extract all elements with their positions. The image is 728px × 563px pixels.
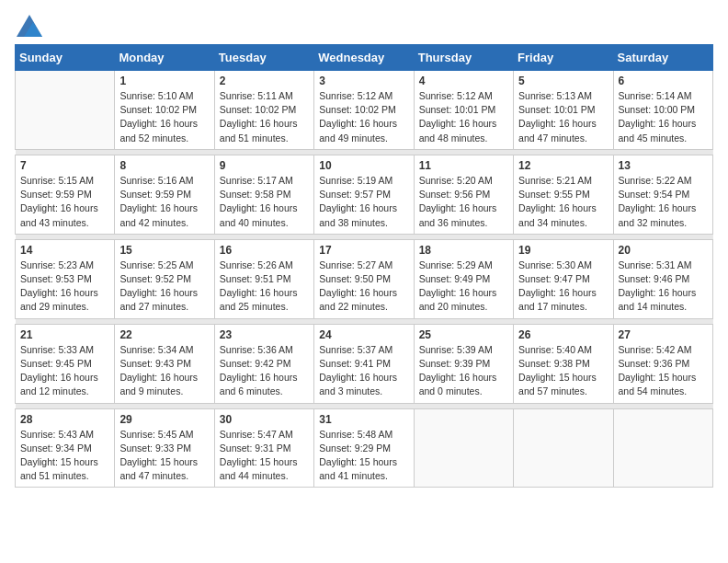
day-info: Sunrise: 5:25 AM Sunset: 9:52 PM Dayligh… xyxy=(119,259,209,315)
day-info: Sunrise: 5:23 AM Sunset: 9:53 PM Dayligh… xyxy=(20,259,109,315)
day-info: Sunrise: 5:21 AM Sunset: 9:55 PM Dayligh… xyxy=(518,174,608,230)
day-info: Sunrise: 5:12 AM Sunset: 10:01 PM Daylig… xyxy=(419,89,508,145)
day-info: Sunrise: 5:45 AM Sunset: 9:33 PM Dayligh… xyxy=(119,428,209,484)
day-info: Sunrise: 5:11 AM Sunset: 10:02 PM Daylig… xyxy=(220,89,309,145)
weekday-header-thursday: Thursday xyxy=(414,45,513,71)
day-cell xyxy=(613,408,712,488)
day-number: 9 xyxy=(220,159,309,172)
day-info: Sunrise: 5:42 AM Sunset: 9:36 PM Dayligh… xyxy=(619,343,708,399)
day-number: 8 xyxy=(119,159,209,172)
day-number: 5 xyxy=(518,75,608,87)
day-cell: 7Sunrise: 5:15 AM Sunset: 9:59 PM Daylig… xyxy=(16,155,115,234)
weekday-header-friday: Friday xyxy=(514,45,613,71)
day-info: Sunrise: 5:20 AM Sunset: 9:56 PM Dayligh… xyxy=(419,174,508,230)
day-number: 30 xyxy=(220,413,309,426)
day-cell: 13Sunrise: 5:22 AM Sunset: 9:54 PM Dayli… xyxy=(613,155,712,234)
day-cell: 8Sunrise: 5:16 AM Sunset: 9:59 PM Daylig… xyxy=(115,155,214,234)
day-info: Sunrise: 5:17 AM Sunset: 9:58 PM Dayligh… xyxy=(220,174,309,230)
day-number: 10 xyxy=(319,159,408,172)
day-cell: 26Sunrise: 5:40 AM Sunset: 9:38 PM Dayli… xyxy=(514,324,613,403)
day-info: Sunrise: 5:22 AM Sunset: 9:54 PM Dayligh… xyxy=(619,174,708,230)
day-cell xyxy=(16,71,115,150)
weekday-header-saturday: Saturday xyxy=(613,45,712,71)
day-info: Sunrise: 5:29 AM Sunset: 9:49 PM Dayligh… xyxy=(419,259,508,315)
day-info: Sunrise: 5:39 AM Sunset: 9:39 PM Dayligh… xyxy=(419,343,508,399)
day-info: Sunrise: 5:37 AM Sunset: 9:41 PM Dayligh… xyxy=(319,343,408,399)
day-cell: 12Sunrise: 5:21 AM Sunset: 9:55 PM Dayli… xyxy=(514,155,613,234)
week-row-3: 14Sunrise: 5:23 AM Sunset: 9:53 PM Dayli… xyxy=(16,239,713,318)
weekday-header-row: SundayMondayTuesdayWednesdayThursdayFrid… xyxy=(16,45,713,71)
day-info: Sunrise: 5:36 AM Sunset: 9:42 PM Dayligh… xyxy=(220,343,309,399)
day-info: Sunrise: 5:43 AM Sunset: 9:34 PM Dayligh… xyxy=(20,428,109,484)
day-number: 25 xyxy=(419,328,508,341)
day-cell: 16Sunrise: 5:26 AM Sunset: 9:51 PM Dayli… xyxy=(214,239,313,318)
day-number: 12 xyxy=(518,159,608,172)
day-number: 22 xyxy=(119,328,209,341)
day-info: Sunrise: 5:12 AM Sunset: 10:02 PM Daylig… xyxy=(319,89,408,145)
weekday-header-wednesday: Wednesday xyxy=(314,45,414,71)
day-cell: 29Sunrise: 5:45 AM Sunset: 9:33 PM Dayli… xyxy=(115,408,214,488)
day-cell: 9Sunrise: 5:17 AM Sunset: 9:58 PM Daylig… xyxy=(214,155,313,234)
day-number: 16 xyxy=(220,244,309,257)
day-info: Sunrise: 5:48 AM Sunset: 9:29 PM Dayligh… xyxy=(319,428,408,484)
day-number: 26 xyxy=(518,328,608,341)
day-number: 24 xyxy=(319,328,408,341)
day-cell: 31Sunrise: 5:48 AM Sunset: 9:29 PM Dayli… xyxy=(314,408,414,488)
day-info: Sunrise: 5:47 AM Sunset: 9:31 PM Dayligh… xyxy=(220,428,309,484)
day-number: 27 xyxy=(619,328,708,341)
week-row-1: 1Sunrise: 5:10 AM Sunset: 10:02 PM Dayli… xyxy=(16,71,713,150)
week-row-2: 7Sunrise: 5:15 AM Sunset: 9:59 PM Daylig… xyxy=(16,155,713,234)
logo-icon xyxy=(17,15,42,37)
week-row-5: 28Sunrise: 5:43 AM Sunset: 9:34 PM Dayli… xyxy=(16,408,713,488)
day-number: 19 xyxy=(518,244,608,257)
day-number: 17 xyxy=(319,244,408,257)
day-number: 14 xyxy=(20,244,109,257)
day-cell: 28Sunrise: 5:43 AM Sunset: 9:34 PM Dayli… xyxy=(16,408,115,488)
day-info: Sunrise: 5:27 AM Sunset: 9:50 PM Dayligh… xyxy=(319,259,408,315)
day-info: Sunrise: 5:31 AM Sunset: 9:46 PM Dayligh… xyxy=(619,259,708,315)
day-cell: 15Sunrise: 5:25 AM Sunset: 9:52 PM Dayli… xyxy=(115,239,214,318)
day-number: 2 xyxy=(220,75,309,87)
day-cell: 11Sunrise: 5:20 AM Sunset: 9:56 PM Dayli… xyxy=(414,155,513,234)
day-info: Sunrise: 5:16 AM Sunset: 9:59 PM Dayligh… xyxy=(119,174,209,230)
day-number: 18 xyxy=(419,244,508,257)
day-number: 28 xyxy=(20,413,109,426)
day-cell: 27Sunrise: 5:42 AM Sunset: 9:36 PM Dayli… xyxy=(613,324,712,403)
day-info: Sunrise: 5:33 AM Sunset: 9:45 PM Dayligh… xyxy=(20,343,109,399)
day-number: 3 xyxy=(319,75,408,87)
day-number: 21 xyxy=(20,328,109,341)
weekday-header-sunday: Sunday xyxy=(16,45,115,71)
day-number: 6 xyxy=(619,75,708,87)
day-cell: 6Sunrise: 5:14 AM Sunset: 10:00 PM Dayli… xyxy=(613,71,712,150)
day-cell xyxy=(514,408,613,488)
day-cell: 3Sunrise: 5:12 AM Sunset: 10:02 PM Dayli… xyxy=(314,71,414,150)
day-info: Sunrise: 5:19 AM Sunset: 9:57 PM Dayligh… xyxy=(319,174,408,230)
day-cell: 4Sunrise: 5:12 AM Sunset: 10:01 PM Dayli… xyxy=(414,71,513,150)
day-info: Sunrise: 5:15 AM Sunset: 9:59 PM Dayligh… xyxy=(20,174,109,230)
day-info: Sunrise: 5:34 AM Sunset: 9:43 PM Dayligh… xyxy=(119,343,209,399)
day-info: Sunrise: 5:10 AM Sunset: 10:02 PM Daylig… xyxy=(119,89,209,145)
day-info: Sunrise: 5:14 AM Sunset: 10:00 PM Daylig… xyxy=(619,89,708,145)
day-cell: 20Sunrise: 5:31 AM Sunset: 9:46 PM Dayli… xyxy=(613,239,712,318)
day-cell: 23Sunrise: 5:36 AM Sunset: 9:42 PM Dayli… xyxy=(214,324,313,403)
week-row-4: 21Sunrise: 5:33 AM Sunset: 9:45 PM Dayli… xyxy=(16,324,713,403)
day-number: 29 xyxy=(119,413,209,426)
day-info: Sunrise: 5:26 AM Sunset: 9:51 PM Dayligh… xyxy=(220,259,309,315)
day-cell: 24Sunrise: 5:37 AM Sunset: 9:41 PM Dayli… xyxy=(314,324,414,403)
day-info: Sunrise: 5:13 AM Sunset: 10:01 PM Daylig… xyxy=(518,89,608,145)
day-number: 15 xyxy=(119,244,209,257)
day-cell: 17Sunrise: 5:27 AM Sunset: 9:50 PM Dayli… xyxy=(314,239,414,318)
day-cell: 5Sunrise: 5:13 AM Sunset: 10:01 PM Dayli… xyxy=(514,71,613,150)
day-number: 23 xyxy=(220,328,309,341)
day-info: Sunrise: 5:30 AM Sunset: 9:47 PM Dayligh… xyxy=(518,259,608,315)
day-number: 4 xyxy=(419,75,508,87)
day-cell: 10Sunrise: 5:19 AM Sunset: 9:57 PM Dayli… xyxy=(314,155,414,234)
day-cell xyxy=(414,408,513,488)
weekday-header-tuesday: Tuesday xyxy=(214,45,313,71)
day-number: 13 xyxy=(619,159,708,172)
logo xyxy=(15,15,42,37)
day-cell: 30Sunrise: 5:47 AM Sunset: 9:31 PM Dayli… xyxy=(214,408,313,488)
day-cell: 18Sunrise: 5:29 AM Sunset: 9:49 PM Dayli… xyxy=(414,239,513,318)
day-info: Sunrise: 5:40 AM Sunset: 9:38 PM Dayligh… xyxy=(518,343,608,399)
header xyxy=(15,15,713,37)
